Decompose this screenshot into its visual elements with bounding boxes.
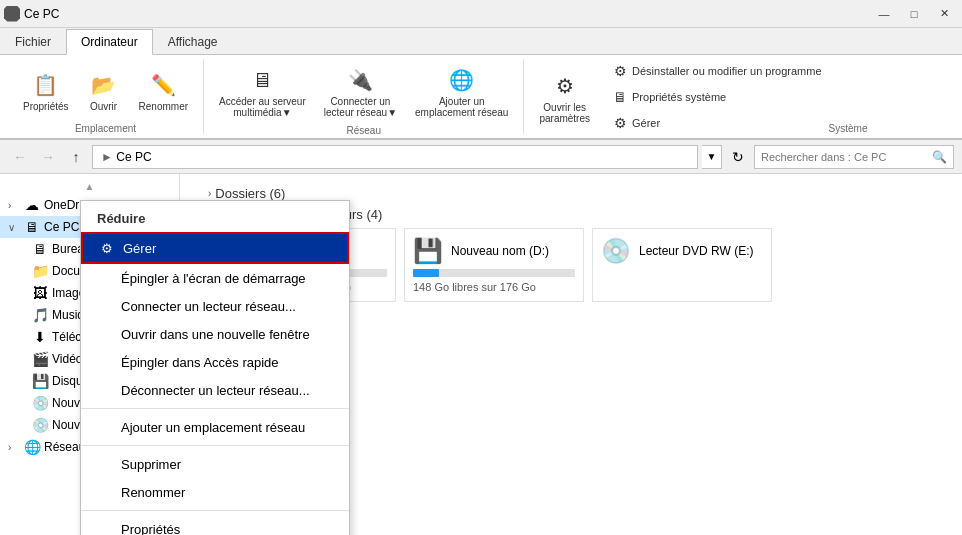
nouveau1-icon: 💿	[32, 395, 48, 411]
drive-d-icon: 💾	[413, 237, 443, 265]
drive-e-name: Lecteur DVD RW (E:)	[639, 244, 753, 258]
address-dropdown[interactable]: ▼	[702, 145, 722, 169]
emplacement-label: Ajouter unemplacement réseau	[415, 96, 508, 118]
systeme-label: Système	[829, 121, 868, 134]
ribbon-group-reseau: 🖥 Accéder au serveurmultimédia▼ 🔌 Connec…	[204, 59, 524, 134]
ctx-ouvrir-fenetre[interactable]: Ouvrir dans une nouvelle fenêtre	[81, 320, 349, 348]
images-icon: 🖼	[32, 285, 48, 301]
onedrive-icon: ☁	[24, 197, 40, 213]
ouvrir-label: Ouvrir	[90, 101, 117, 112]
renommer-icon: ✏️	[147, 69, 179, 101]
videos-icon: 🎬	[32, 351, 48, 367]
ctx-connecter-icon	[97, 298, 113, 314]
reseau-label: Réseau	[347, 123, 381, 136]
ctx-epingler-acces[interactable]: Épingler dans Accès rapide	[81, 348, 349, 376]
parametres-label: Ouvrir lesparamètres	[539, 102, 590, 124]
documents-icon: 📁	[32, 263, 48, 279]
tab-ordinateur[interactable]: Ordinateur	[66, 29, 153, 55]
drive-d[interactable]: 💾 Nouveau nom (D:) 148 Go libres sur 176…	[404, 228, 584, 302]
up-button[interactable]: ↑	[64, 145, 88, 169]
ctx-gerer-icon: ⚙	[99, 240, 115, 256]
serveur-multimedia-button[interactable]: 🖥 Accéder au serveurmultimédia▼	[212, 59, 313, 123]
cepc-expand-icon: ∨	[8, 222, 20, 233]
folder-icon	[4, 6, 20, 22]
search-input[interactable]	[761, 151, 928, 163]
proprietes-systeme-button[interactable]: 🖥 Propriétés système	[605, 86, 829, 108]
ouvrir-icon: 📂	[88, 69, 120, 101]
minimize-button[interactable]: —	[870, 3, 898, 25]
search-box[interactable]: 🔍	[754, 145, 954, 169]
tab-fichier[interactable]: Fichier	[0, 29, 66, 55]
ctx-proprietes-label: Propriétés	[121, 522, 180, 536]
title-bar-left: Ce PC	[4, 6, 59, 22]
title-bar-controls: — □ ✕	[870, 3, 958, 25]
ctx-ouvrir-fen-icon	[97, 326, 113, 342]
back-button[interactable]: ←	[8, 145, 32, 169]
sidebar-scroll-up[interactable]: ▲	[0, 178, 179, 194]
refresh-button[interactable]: ↻	[726, 145, 750, 169]
gerer-ribbon-icon: ⚙	[612, 115, 628, 131]
ctx-epingler-ecran[interactable]: Épingler à l'écran de démarrage	[81, 264, 349, 292]
drive-e-icon: 💿	[601, 237, 631, 265]
documents-expand-icon	[16, 266, 28, 277]
cepc-label: Ce PC	[44, 220, 79, 234]
proprietes-icon: 📋	[30, 69, 62, 101]
search-icon: 🔍	[932, 150, 947, 164]
window-title: Ce PC	[24, 7, 59, 21]
cepc-icon: 🖥	[24, 219, 40, 235]
ctx-gerer[interactable]: ⚙ Gérer	[81, 232, 349, 264]
address-value: Ce PC	[116, 150, 151, 164]
close-button[interactable]: ✕	[930, 3, 958, 25]
ctx-separator-2	[81, 445, 349, 446]
onedrive-expand-icon: ›	[8, 200, 20, 211]
ctx-renommer[interactable]: Renommer	[81, 478, 349, 506]
ctx-separator-1	[81, 408, 349, 409]
ctx-renommer-icon	[97, 484, 113, 500]
serveur-icon: 🖥	[246, 64, 278, 96]
ctx-ouvrir-fen-label: Ouvrir dans une nouvelle fenêtre	[121, 327, 310, 342]
ctx-supprimer-icon	[97, 456, 113, 472]
emplacement-reseau-button[interactable]: 🌐 Ajouter unemplacement réseau	[408, 59, 515, 123]
forward-button[interactable]: →	[36, 145, 60, 169]
ribbon-group-systeme: ⚙ Ouvrir lesparamètres ⚙ Désinstaller ou…	[524, 59, 875, 134]
ctx-proprietes[interactable]: Propriétés	[81, 515, 349, 535]
lecteur-reseau-button[interactable]: 🔌 Connecter unlecteur réseau▼	[317, 59, 404, 123]
ctx-supprimer-label: Supprimer	[121, 457, 181, 472]
ribbon: Fichier Ordinateur Affichage 📋 Propriété…	[0, 28, 962, 140]
ctx-connecter-lecteur[interactable]: Connecter un lecteur réseau...	[81, 292, 349, 320]
videos-expand-icon	[16, 354, 28, 365]
drive-e[interactable]: 💿 Lecteur DVD RW (E:)	[592, 228, 772, 302]
nouveau1-expand-icon	[16, 398, 28, 409]
tab-affichage[interactable]: Affichage	[153, 29, 233, 55]
ctx-supprimer[interactable]: Supprimer	[81, 450, 349, 478]
drive-d-name: Nouveau nom (D:)	[451, 244, 549, 258]
desinstaller-icon: ⚙	[612, 63, 628, 79]
proprietes-button[interactable]: 📋 Propriétés	[16, 64, 76, 117]
desinstaller-button[interactable]: ⚙ Désinstaller ou modifier un programme	[605, 60, 829, 82]
systeme-small-btns: ⚙ Désinstaller ou modifier un programme …	[605, 60, 829, 134]
ctx-ajouter-emplacement[interactable]: Ajouter un emplacement réseau	[81, 413, 349, 441]
context-menu: Réduire ⚙ Gérer Épingler à l'écran de dé…	[80, 200, 350, 535]
ctx-renommer-label: Renommer	[121, 485, 185, 500]
renommer-button[interactable]: ✏️ Renommer	[132, 64, 195, 117]
gerer-ribbon-button[interactable]: ⚙ Gérer	[605, 112, 829, 134]
ctx-epingler-ecran-label: Épingler à l'écran de démarrage	[121, 271, 306, 286]
drive-d-fill	[413, 269, 439, 277]
dossiers-expand-icon[interactable]: ›	[208, 188, 211, 199]
ctx-header: Réduire	[81, 205, 349, 232]
ctx-deconnecter[interactable]: Déconnecter un lecteur réseau...	[81, 376, 349, 404]
bureau-expand-icon	[16, 244, 28, 255]
ctx-ajouter-label: Ajouter un emplacement réseau	[121, 420, 305, 435]
ctx-separator-3	[81, 510, 349, 511]
address-bar: ← → ↑ ► Ce PC ▼ ↻ 🔍	[0, 140, 962, 174]
proprietes-sys-icon: 🖥	[612, 89, 628, 105]
address-input[interactable]: ► Ce PC	[92, 145, 698, 169]
systeme-items: ⚙ Ouvrir lesparamètres ⚙ Désinstaller ou…	[532, 60, 828, 134]
ouvrir-parametres-button[interactable]: ⚙ Ouvrir lesparamètres	[532, 65, 597, 129]
title-bar: Ce PC — □ ✕	[0, 0, 962, 28]
ribbon-tabs: Fichier Ordinateur Affichage	[0, 28, 962, 55]
maximize-button[interactable]: □	[900, 3, 928, 25]
dossiers-label: Dossiers (6)	[215, 186, 285, 201]
ctx-deconnecter-label: Déconnecter un lecteur réseau...	[121, 383, 310, 398]
ouvrir-button[interactable]: 📂 Ouvrir	[80, 64, 128, 117]
